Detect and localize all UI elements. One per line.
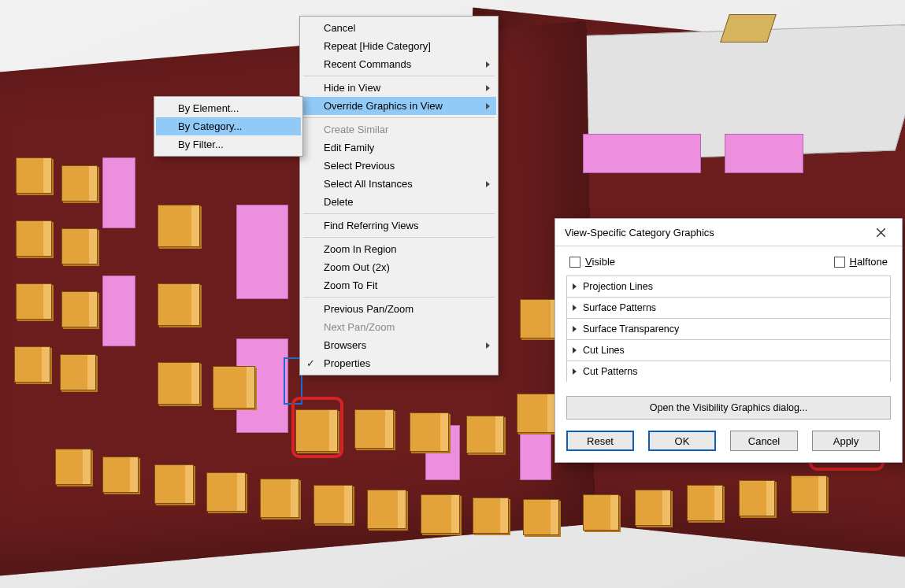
menu-separator	[303, 297, 495, 298]
menu-create-similar: Create Similar	[302, 120, 496, 139]
sunshade	[687, 485, 723, 521]
sunshade	[739, 480, 775, 516]
close-button[interactable]	[867, 224, 894, 241]
curtain-panel	[236, 205, 288, 299]
sunshade	[158, 205, 200, 247]
menu-select-previous[interactable]: Select Previous	[302, 157, 496, 175]
sunshade	[354, 409, 394, 449]
sunshade	[158, 283, 200, 326]
menu-find-referring-views[interactable]: Find Referring Views	[302, 216, 496, 235]
expander-surface-transparency[interactable]: Surface Transparency	[566, 318, 891, 339]
visible-label: Visible	[585, 256, 615, 268]
open-visibility-graphics-button[interactable]: Open the Visibility Graphics dialog...	[566, 396, 891, 420]
sunshade	[158, 362, 200, 405]
close-icon	[877, 228, 885, 237]
sunshade	[523, 499, 559, 535]
menu-zoom-to-fit[interactable]: Zoom To Fit	[302, 276, 496, 294]
sunshade	[16, 157, 52, 194]
menu-next-pan-zoom: Next Pan/Zoom	[302, 318, 496, 336]
menu-delete[interactable]: Delete	[302, 193, 496, 211]
menu-separator	[303, 76, 495, 76]
expander-cut-lines[interactable]: Cut Lines	[566, 339, 891, 361]
expander-surface-patterns[interactable]: Surface Patterns	[566, 297, 891, 318]
menu-separator	[303, 237, 495, 238]
ok-button[interactable]: OK	[648, 431, 716, 451]
sunshade	[260, 479, 299, 518]
sunshade	[367, 490, 406, 529]
halftone-label: Halftone	[850, 256, 888, 268]
halftone-checkbox[interactable]: Halftone	[834, 256, 888, 268]
sunshade	[61, 165, 98, 202]
submenu-by-category[interactable]: By Category...	[156, 117, 301, 135]
apply-button[interactable]: Apply	[812, 431, 880, 451]
curtain-panel	[102, 276, 135, 346]
menu-zoom-in-region[interactable]: Zoom In Region	[302, 240, 496, 258]
chevron-right-icon	[486, 181, 490, 187]
menu-separator	[303, 117, 495, 118]
sunshade	[313, 485, 353, 524]
chevron-right-icon	[486, 342, 490, 349]
submenu-by-filter[interactable]: By Filter...	[156, 135, 301, 153]
sunshade	[206, 472, 246, 512]
checkbox-box	[834, 257, 845, 268]
sunshade	[213, 366, 255, 409]
dialog-titlebar[interactable]: View-Specific Category Graphics	[555, 219, 902, 246]
roof-mech-unit	[720, 14, 777, 43]
sunshade	[16, 283, 52, 320]
sunshade	[60, 354, 96, 390]
menu-zoom-out[interactable]: Zoom Out (2x)	[302, 258, 496, 276]
sunshade	[473, 497, 509, 534]
sunshade	[55, 449, 91, 485]
sunshade	[102, 457, 139, 493]
expander-cut-patterns[interactable]: Cut Patterns	[566, 361, 891, 382]
sunshade	[466, 416, 504, 453]
sunshade	[520, 299, 559, 338]
menu-cancel[interactable]: Cancel	[302, 19, 496, 37]
curtain-panel	[583, 134, 701, 173]
menu-edit-family[interactable]: Edit Family	[302, 139, 496, 157]
context-menu: Cancel Repeat [Hide Category] Recent Com…	[299, 16, 499, 375]
visible-checkbox[interactable]: Visible	[569, 256, 615, 268]
sunshade-selected[interactable]	[295, 409, 338, 452]
sunshade	[791, 475, 827, 512]
menu-repeat[interactable]: Repeat [Hide Category]	[302, 37, 496, 55]
menu-browsers[interactable]: Browsers	[302, 336, 496, 354]
dialog-title: View-Specific Category Graphics	[565, 227, 714, 239]
sunshade	[583, 494, 619, 531]
curtain-panel	[725, 134, 803, 173]
reset-button[interactable]: Reset	[566, 431, 634, 451]
sunshade	[154, 464, 194, 504]
menu-override-graphics[interactable]: Override Graphics in View	[302, 97, 496, 115]
sunshade	[14, 346, 50, 383]
menu-hide-in-view[interactable]: Hide in View	[302, 79, 496, 97]
sunshade	[635, 490, 671, 526]
menu-separator	[303, 213, 495, 214]
curtain-panel	[102, 157, 135, 228]
sunshade	[421, 494, 460, 534]
expander-projection-lines[interactable]: Projection Lines	[566, 276, 891, 297]
checkbox-box	[569, 257, 580, 268]
sunshade	[61, 228, 98, 264]
menu-recent-commands[interactable]: Recent Commands	[302, 55, 496, 73]
menu-previous-pan-zoom[interactable]: Previous Pan/Zoom	[302, 300, 496, 318]
submenu-by-element[interactable]: By Element...	[156, 99, 301, 117]
override-submenu: By Element... By Category... By Filter..…	[154, 96, 303, 157]
menu-properties[interactable]: ✓Properties	[302, 354, 496, 372]
sunshade	[61, 291, 98, 327]
chevron-right-icon	[486, 85, 490, 91]
sunshade	[410, 412, 449, 452]
menu-select-all-instances[interactable]: Select All Instances	[302, 175, 496, 193]
cancel-button[interactable]: Cancel	[730, 431, 798, 451]
sunshade	[517, 394, 556, 433]
sunshade	[16, 220, 52, 257]
check-icon: ✓	[306, 357, 315, 369]
chevron-right-icon	[486, 103, 490, 109]
view-specific-category-graphics-dialog: View-Specific Category Graphics Visible …	[554, 218, 903, 463]
chevron-right-icon	[486, 61, 490, 68]
curtain-panel	[520, 433, 551, 480]
